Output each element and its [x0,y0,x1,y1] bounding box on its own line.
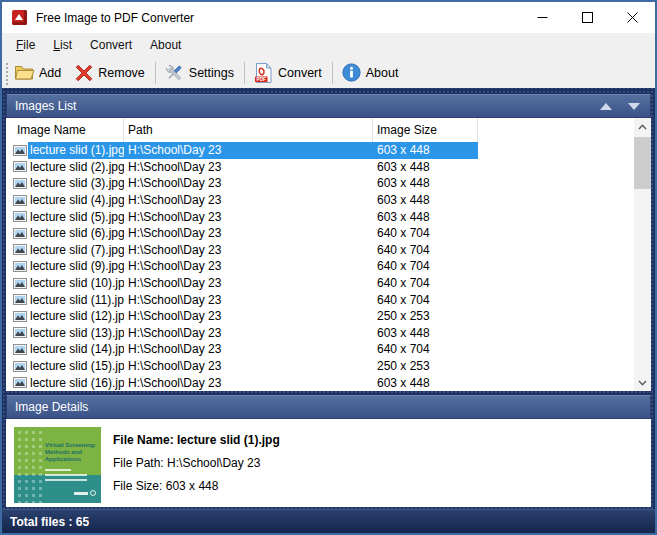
photo-icon [6,244,28,255]
scrollbar-thumb[interactable] [634,137,651,189]
table-row[interactable]: lecture slid (1).jpg H:\School\Day 23 60… [6,142,651,159]
photo-icon [6,344,28,355]
cell-image-name: lecture slid (10).jpg [28,275,124,292]
table-row[interactable]: lecture slid (11).jpg H:\School\Day 23 6… [6,291,651,308]
title-bar: Free Image to PDF Converter [2,2,655,33]
table-row[interactable]: lecture slid (16).jpg H:\School\Day 23 6… [6,374,651,391]
photo-icon [6,211,28,222]
scroll-up-icon[interactable] [600,103,612,110]
cell-path: H:\School\Day 23 [124,291,373,308]
cell-image-size: 640 x 704 [373,341,478,358]
scrollbar-up-arrow-icon[interactable] [634,118,651,135]
remove-button-label: Remove [98,66,145,80]
column-header-path[interactable]: Path [124,118,373,142]
menu-item-convert[interactable]: Convert [81,34,141,56]
table-header-row: Image Name Path Image Size [6,118,651,142]
image-details-panel: Virtual Screening: Methods and Applicati… [6,419,651,507]
menu-item-list[interactable]: List [44,34,81,56]
close-button[interactable] [610,2,655,33]
table-row[interactable]: lecture slid (13).jpg H:\School\Day 23 6… [6,325,651,342]
table-row[interactable]: lecture slid (4).jpg H:\School\Day 23 60… [6,192,651,209]
app-pdf-icon [11,9,28,26]
status-bar: Total files : 65 [2,509,655,533]
image-preview-thumbnail: Virtual Screening: Methods and Applicati… [14,427,101,503]
cell-image-name: lecture slid (14).jpg [28,341,124,358]
menu-item-about[interactable]: About [141,34,190,56]
cell-path: H:\School\Day 23 [124,341,373,358]
cell-image-name: lecture slid (15).jpg [28,358,124,375]
table-row[interactable]: lecture slid (3).jpg H:\School\Day 23 60… [6,175,651,192]
scrollbar-down-arrow-icon[interactable] [634,374,651,391]
about-button-label: About [366,66,399,80]
table-row[interactable]: lecture slid (2).jpg H:\School\Day 23 60… [6,159,651,176]
photo-icon [6,195,28,206]
add-button-label: Add [39,66,61,80]
table-row[interactable]: lecture slid (14).jpg H:\School\Day 23 6… [6,341,651,358]
main-area: Images List Image Name Path Image Size [2,88,655,509]
cell-path: H:\School\Day 23 [124,142,373,159]
menu-item-file[interactable]: File [7,34,44,56]
minimize-icon [537,12,548,23]
toolbar-separator [155,62,156,84]
photo-icon [6,261,28,272]
photo-icon [6,278,28,289]
image-details-header-label: Image Details [15,400,640,414]
cell-path: H:\School\Day 23 [124,374,373,391]
vertical-scrollbar[interactable] [634,118,651,391]
table-row[interactable]: lecture slid (7).jpg H:\School\Day 23 64… [6,242,651,259]
table-row[interactable]: lecture slid (15).jpg H:\School\Day 23 2… [6,358,651,375]
cell-image-name: lecture slid (6).jpg [28,225,124,242]
image-details-text: File Name: lecture slid (1).jpg File Pat… [113,427,280,499]
images-list-header: Images List [6,94,651,118]
cell-path: H:\School\Day 23 [124,192,373,209]
column-header-image-size[interactable]: Image Size [373,118,478,142]
cell-image-size: 640 x 704 [373,242,478,259]
tools-icon [164,63,185,83]
cell-image-name: lecture slid (5).jpg [28,208,124,225]
remove-button[interactable]: Remove [68,60,152,86]
photo-icon [6,228,28,239]
convert-button[interactable]: PDF Convert [248,60,329,86]
cell-path: H:\School\Day 23 [124,258,373,275]
cell-path: H:\School\Day 23 [124,308,373,325]
table-body: lecture slid (1).jpg H:\School\Day 23 60… [6,142,651,391]
svg-text:PDF: PDF [257,76,266,81]
cell-image-size: 640 x 704 [373,225,478,242]
maximize-icon [582,12,593,23]
scrollbar-track[interactable] [634,135,651,374]
cell-path: H:\School\Day 23 [124,225,373,242]
images-table: Image Name Path Image Size lecture slid … [6,118,651,391]
cell-image-name: lecture slid (11).jpg [28,291,124,308]
toolbar-separator [332,62,333,84]
settings-button[interactable]: Settings [159,60,241,86]
window-title: Free Image to PDF Converter [36,11,520,25]
column-header-image-name[interactable]: Image Name [6,118,124,142]
cell-path: H:\School\Day 23 [124,242,373,259]
about-button[interactable]: About [336,60,406,86]
photo-icon [6,161,28,172]
cell-image-size: 603 x 448 [373,159,478,176]
add-button[interactable]: Add [9,60,68,86]
table-row[interactable]: lecture slid (10).jpg H:\School\Day 23 6… [6,275,651,292]
cell-image-name: lecture slid (2).jpg [28,159,124,176]
photo-icon [6,327,28,338]
cell-image-name: lecture slid (4).jpg [28,192,124,209]
images-list-header-label: Images List [15,99,600,113]
red-x-icon [73,63,94,83]
minimize-button[interactable] [520,2,565,33]
thumbnail-logo [74,490,96,496]
close-icon [627,12,638,23]
table-row[interactable]: lecture slid (9).jpg H:\School\Day 23 64… [6,258,651,275]
cell-path: H:\School\Day 23 [124,159,373,176]
cell-image-name: lecture slid (13).jpg [28,325,124,342]
table-row[interactable]: lecture slid (5).jpg H:\School\Day 23 60… [6,208,651,225]
photo-icon [6,311,28,322]
cell-path: H:\School\Day 23 [124,275,373,292]
cell-image-size: 640 x 704 [373,258,478,275]
table-row[interactable]: lecture slid (12).jpg H:\School\Day 23 2… [6,308,651,325]
table-row[interactable]: lecture slid (6).jpg H:\School\Day 23 64… [6,225,651,242]
scroll-down-icon[interactable] [628,103,640,110]
cell-image-name: lecture slid (3).jpg [28,175,124,192]
maximize-button[interactable] [565,2,610,33]
cell-image-size: 603 x 448 [373,175,478,192]
